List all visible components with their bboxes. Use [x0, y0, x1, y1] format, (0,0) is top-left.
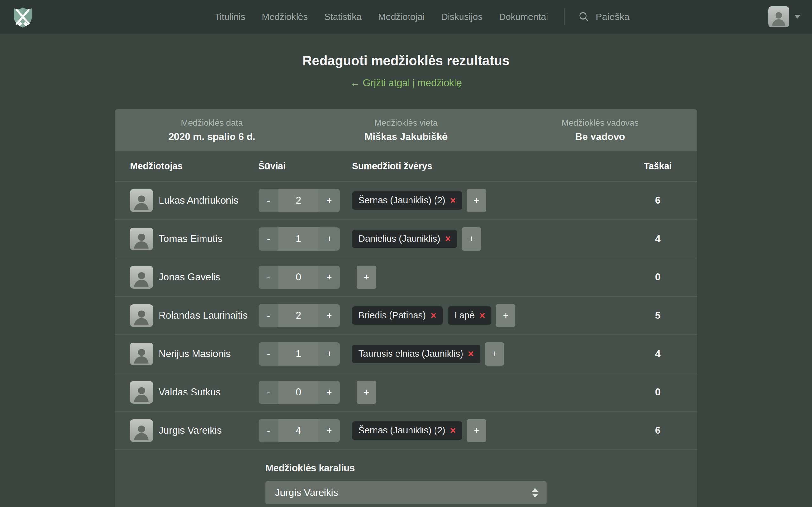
nav-item-statistika[interactable]: Statistika	[324, 12, 362, 22]
column-header-hunter: Medžiotojas	[130, 161, 258, 171]
select-arrows-icon	[532, 488, 538, 498]
hunter-avatar	[130, 189, 153, 212]
shots-stepper: - 2 +	[258, 304, 340, 327]
shots-increment-button[interactable]: +	[318, 381, 340, 404]
shots-value: 1	[278, 227, 318, 250]
nav-item-diskusijos[interactable]: Diskusijos	[441, 12, 483, 22]
add-animal-button[interactable]: +	[496, 304, 515, 327]
add-animal-button[interactable]: +	[467, 189, 486, 212]
add-animal-button[interactable]: +	[467, 419, 486, 442]
shots-stepper: - 0 +	[258, 266, 340, 289]
person-icon	[131, 422, 152, 442]
add-animal-button[interactable]: +	[461, 227, 481, 250]
shots-increment-button[interactable]: +	[318, 304, 340, 327]
shots-increment-button[interactable]: +	[318, 342, 340, 366]
hunter-name: Rolandas Laurinaitis	[159, 310, 248, 321]
shots-decrement-button[interactable]: -	[258, 227, 278, 250]
animal-tag-label: Danielius (Jauniklis)	[358, 233, 440, 244]
back-to-hunt-link[interactable]: ← Grįžti atgal į medžioklę	[0, 77, 812, 89]
hunter-avatar	[130, 304, 153, 327]
hunter-avatar	[130, 419, 153, 442]
hunt-leader-value: Be vadovo	[575, 131, 625, 143]
remove-animal-icon[interactable]: ×	[445, 234, 451, 244]
table-row: Tomas Eimutis - 1 + Danielius (Jauniklis…	[115, 220, 697, 258]
animal-tag-label: Taurusis elnias (Jauniklis)	[358, 349, 463, 359]
shots-decrement-button[interactable]: -	[258, 381, 278, 404]
column-header-shots: Šūviai	[258, 161, 352, 171]
remove-animal-icon[interactable]: ×	[431, 311, 437, 320]
shots-increment-button[interactable]: +	[318, 419, 340, 442]
hunt-results-panel: Medžioklės data 2020 m. spalio 6 d. Medž…	[115, 109, 697, 507]
hunt-info-band: Medžioklės data 2020 m. spalio 6 d. Medž…	[115, 109, 697, 152]
animal-tags: Taurusis elnias (Jauniklis)×	[352, 345, 480, 363]
points-value: 4	[634, 348, 682, 360]
table-row: Lukas Andriukonis - 2 + Šernas (Jaunikli…	[115, 181, 697, 220]
page-title: Redaguoti medžioklės rezultatus	[0, 53, 812, 68]
person-icon	[131, 383, 152, 404]
shots-decrement-button[interactable]: -	[258, 304, 278, 327]
person-icon	[769, 9, 788, 27]
animal-tag-label: Lapė	[454, 310, 475, 321]
hunt-date-label: Medžioklės data	[181, 118, 243, 128]
hunt-place-value: Miškas Jakubiškė	[364, 131, 448, 143]
animal-tags: Danielius (Jauniklis)×	[352, 230, 457, 248]
remove-animal-icon[interactable]: ×	[479, 311, 485, 320]
nav-divider	[564, 8, 565, 25]
nav-item-medziokles[interactable]: Medžioklės	[262, 12, 308, 22]
animal-tag-label: Briedis (Patinas)	[358, 310, 426, 321]
remove-animal-icon[interactable]: ×	[450, 426, 456, 435]
hunter-avatar	[130, 266, 153, 289]
hunt-king-value: Jurgis Vareikis	[275, 487, 338, 498]
shots-value: 0	[278, 381, 318, 404]
hunt-date: Medžioklės data 2020 m. spalio 6 d.	[115, 118, 309, 143]
add-animal-button[interactable]: +	[485, 342, 504, 366]
points-value: 6	[634, 194, 682, 206]
search-bar	[578, 11, 748, 22]
search-input[interactable]	[596, 11, 748, 22]
shots-value: 4	[278, 419, 318, 442]
hunt-king-label: Medžioklės karalius	[265, 463, 547, 473]
animal-tag: Lapė×	[448, 306, 492, 325]
animal-tags: Šernas (Jauniklis) (2)×	[352, 191, 462, 210]
panel-footer: Medžioklės karalius Jurgis Vareikis	[115, 450, 697, 507]
shots-decrement-button[interactable]: -	[258, 266, 278, 289]
user-menu[interactable]	[768, 6, 801, 27]
hunt-king-select[interactable]: Jurgis Vareikis	[265, 481, 547, 504]
app-logo[interactable]	[13, 5, 33, 28]
shield-crossed-rifles-icon	[13, 5, 33, 28]
hunter-name: Jurgis Vareikis	[159, 425, 222, 436]
remove-animal-icon[interactable]: ×	[450, 195, 456, 205]
points-value: 0	[634, 386, 682, 398]
nav-item-dokumentai[interactable]: Dokumentai	[499, 12, 548, 22]
animal-tag: Taurusis elnias (Jauniklis)×	[352, 345, 480, 363]
hunt-leader-label: Medžioklės vadovas	[561, 118, 639, 128]
shots-increment-button[interactable]: +	[318, 189, 340, 212]
points-value: 0	[634, 271, 682, 283]
add-animal-button[interactable]: +	[357, 381, 376, 404]
person-icon	[131, 230, 152, 250]
shots-increment-button[interactable]: +	[318, 266, 340, 289]
hunt-date-value: 2020 m. spalio 6 d.	[168, 131, 255, 143]
remove-animal-icon[interactable]: ×	[468, 349, 473, 359]
shots-increment-button[interactable]: +	[318, 227, 340, 250]
points-value: 5	[634, 309, 682, 321]
nav-item-titulinis[interactable]: Titulinis	[214, 12, 245, 22]
shots-decrement-button[interactable]: -	[258, 189, 278, 212]
table-row: Jurgis Vareikis - 4 + Šernas (Jauniklis)…	[115, 412, 697, 450]
column-header-points: Taškai	[634, 161, 682, 171]
nav-item-medziotojai[interactable]: Medžiotojai	[378, 12, 425, 22]
hunter-avatar	[130, 381, 153, 404]
main-navigation: Titulinis Medžioklės Statistika Medžioto…	[214, 12, 548, 22]
hunter-avatar	[130, 343, 153, 365]
shots-stepper: - 2 +	[258, 189, 340, 212]
table-row: Rolandas Laurinaitis - 2 + Briedis (Pati…	[115, 297, 697, 335]
shots-value: 0	[278, 266, 318, 289]
add-animal-button[interactable]: +	[357, 266, 376, 289]
hunter-avatar	[130, 228, 153, 250]
table-header-row: Medžiotojas Šūviai Sumedžioti žvėrys Taš…	[115, 152, 697, 181]
shots-decrement-button[interactable]: -	[258, 342, 278, 366]
search-icon[interactable]	[578, 11, 589, 22]
shots-decrement-button[interactable]: -	[258, 419, 278, 442]
animal-tag: Šernas (Jauniklis) (2)×	[352, 421, 462, 440]
person-icon	[131, 268, 152, 289]
